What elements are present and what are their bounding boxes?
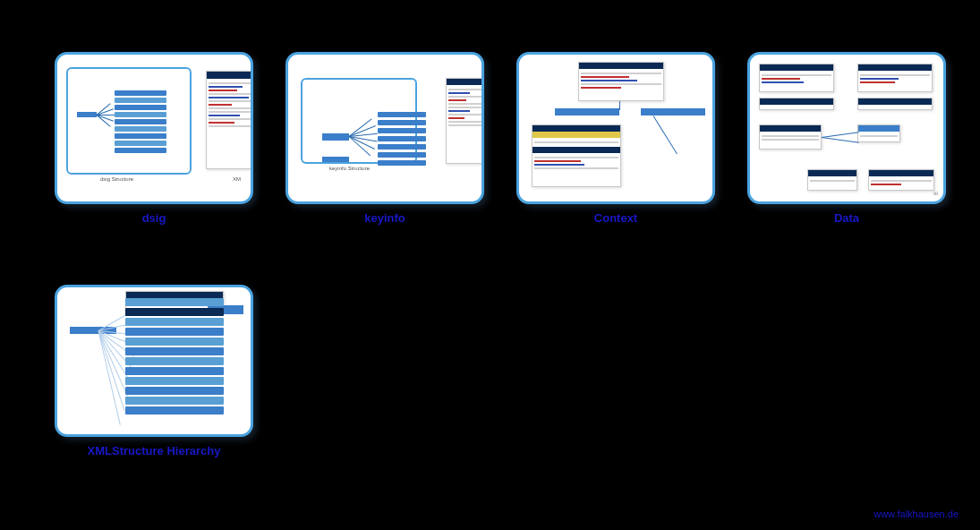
thumb-context[interactable] [516,52,715,204]
card-dsig: dsig Structure XM dsig [52,52,256,258]
card-context: Context [514,52,718,258]
diagram-grid: dsig Structure XM dsig [52,52,949,491]
context-top-box [578,62,664,101]
mini-label-dsig: dsig Structure [100,176,133,182]
hierarchy-stack [125,298,224,415]
barstack [378,112,426,166]
mini-label-xml: XM [233,176,241,182]
thumb-data[interactable]: ⊞ [747,52,946,204]
thumb-keyinfo[interactable]: keyinfo Structure [285,52,484,204]
footer-link[interactable]: www.falkhausen.de [873,509,959,519]
code-preview [446,78,484,164]
caption-keyinfo[interactable]: keyinfo [364,211,405,225]
thumb-xmlstructure[interactable] [55,285,253,437]
mini-label-keyinfo: keyinfo Structure [329,166,370,171]
barstack [115,90,166,153]
card-xmlstructure: XMLStructure Hierarchy [52,285,256,491]
mini-panel [301,78,417,164]
card-data: ⊞ Data [745,52,949,258]
mini-panel [66,67,192,175]
context-left-stack [532,124,621,187]
caption-dsig[interactable]: dsig [142,211,166,225]
caption-context[interactable]: Context [594,211,637,225]
page-title-area [18,7,376,43]
thumb-dsig[interactable]: dsig Structure XM [55,52,253,204]
card-keyinfo: keyinfo Structure keyinfo [283,52,487,258]
code-preview [206,71,253,169]
caption-xmlstructure[interactable]: XMLStructure Hierarchy [88,444,221,457]
caption-data[interactable]: Data [834,211,859,225]
